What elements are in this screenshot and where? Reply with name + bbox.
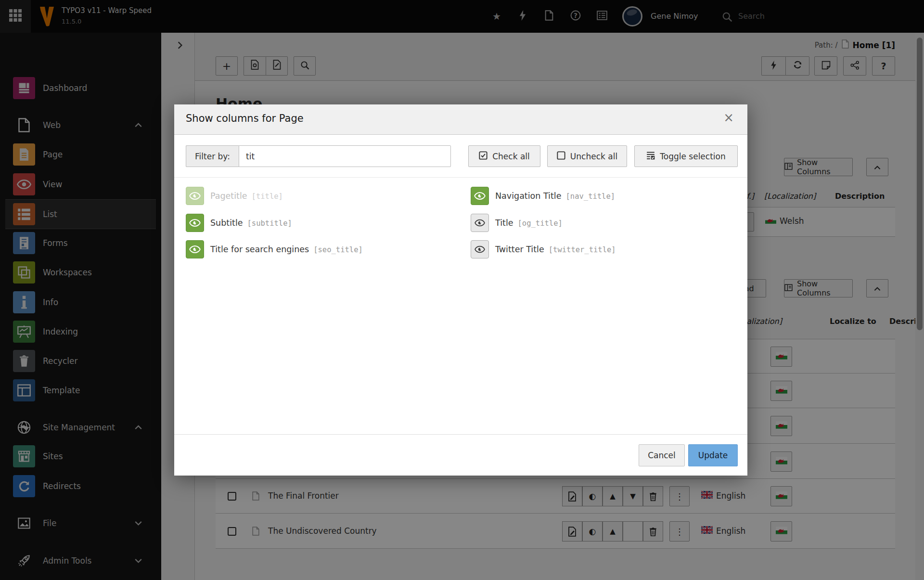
show-columns-modal: Show columns for Page × Filter by: Check… bbox=[174, 104, 747, 476]
column-label: Title for search engines[seo_title] bbox=[210, 245, 363, 254]
check-all-button[interactable]: Check all bbox=[468, 145, 540, 167]
eye-icon[interactable] bbox=[186, 240, 204, 258]
cancel-button[interactable]: Cancel bbox=[639, 444, 685, 466]
eye-icon[interactable] bbox=[471, 240, 489, 258]
column-field-name: [nav_title] bbox=[565, 192, 615, 201]
filter-input[interactable] bbox=[239, 145, 451, 167]
eye-icon bbox=[186, 187, 204, 205]
checkbox-empty-icon bbox=[557, 151, 565, 162]
column-label: Title[og_title] bbox=[495, 218, 563, 228]
column-field-name: [subtitle] bbox=[247, 219, 292, 228]
update-button[interactable]: Update bbox=[688, 444, 738, 466]
column-field-name: [title] bbox=[252, 192, 283, 201]
filter-by-label: Filter by: bbox=[186, 145, 239, 167]
typo3-backend: TYPO3 v11 - Warp Speed 11.5.0 ★ ? Gene N… bbox=[0, 0, 924, 580]
toggle-selection-button[interactable]: Toggle selection bbox=[634, 145, 738, 167]
column-field-name: [twitter_title] bbox=[549, 245, 616, 254]
column-item-title: Pagetitle[title] bbox=[186, 187, 283, 205]
eye-icon[interactable] bbox=[471, 187, 489, 205]
column-item-subtitle: Subtitle[subtitle] bbox=[186, 214, 292, 232]
divider bbox=[174, 177, 747, 178]
modal-header: Show columns for Page × bbox=[174, 104, 747, 135]
close-icon[interactable]: × bbox=[720, 111, 737, 124]
column-item-og_title: Title[og_title] bbox=[471, 214, 563, 232]
eye-icon[interactable] bbox=[471, 214, 489, 232]
column-item-seo_title: Title for search engines[seo_title] bbox=[186, 240, 363, 258]
uncheck-all-button[interactable]: Uncheck all bbox=[547, 145, 627, 167]
eye-icon[interactable] bbox=[186, 214, 204, 232]
column-field-name: [seo_title] bbox=[313, 245, 363, 254]
column-field-name: [og_title] bbox=[518, 219, 563, 228]
column-label: Navigation Title[nav_title] bbox=[495, 191, 615, 201]
column-item-nav_title: Navigation Title[nav_title] bbox=[471, 187, 615, 205]
column-label: Twitter Title[twitter_title] bbox=[495, 245, 616, 254]
modal-title: Show columns for Page bbox=[186, 113, 304, 124]
toggle-selection-icon bbox=[646, 151, 655, 162]
column-item-twitter_title: Twitter Title[twitter_title] bbox=[471, 240, 616, 258]
checkbox-checked-icon bbox=[479, 151, 488, 162]
column-label: Pagetitle[title] bbox=[210, 191, 283, 201]
modal-footer: Cancel Update bbox=[174, 434, 747, 476]
column-label: Subtitle[subtitle] bbox=[210, 218, 292, 228]
